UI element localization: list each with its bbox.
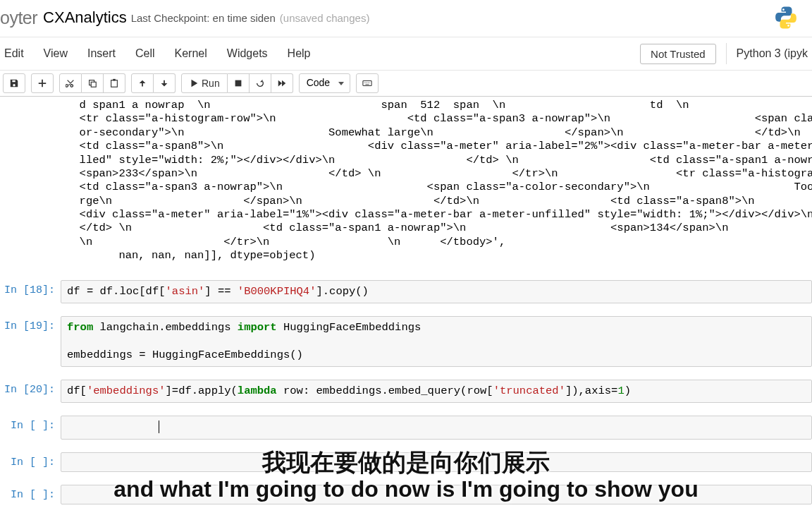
interrupt-button[interactable]	[228, 73, 250, 93]
copy-icon	[87, 78, 97, 88]
input-prompt: In [ ]:	[0, 416, 61, 439]
paste-icon	[109, 78, 119, 88]
unsaved-indicator: (unsaved changes)	[280, 12, 370, 24]
notebook-title[interactable]: CXAnalytics	[43, 8, 127, 27]
run-label: Run	[202, 78, 220, 89]
jupyter-logo-text: oyter	[0, 8, 37, 28]
svg-rect-2	[111, 80, 118, 87]
code-input[interactable]: from langchain.embeddings import Hugging…	[61, 316, 812, 367]
svg-rect-4	[235, 80, 241, 87]
save-icon	[9, 78, 19, 88]
output-text: d span1 a nowrap \n span 512 span \n td …	[61, 99, 812, 267]
notebook-container[interactable]: d span1 a nowrap \n span 512 span \n td …	[0, 97, 812, 507]
checkpoint-status: Last Checkpoint: en time siden	[131, 12, 276, 24]
restart-icon	[255, 78, 265, 88]
cut-button[interactable]	[59, 73, 82, 93]
code-input[interactable]	[61, 485, 812, 504]
celltype-select[interactable]: Code	[299, 73, 350, 93]
python-logo-icon	[774, 6, 798, 30]
plus-icon	[37, 78, 47, 88]
celltype-value: Code	[307, 77, 330, 88]
output-cell: d span1 a nowrap \n span 512 span \n td …	[0, 97, 812, 270]
svg-rect-1	[91, 82, 96, 87]
menu-widgets[interactable]: Widgets	[227, 47, 268, 60]
input-prompt: In [20]:	[0, 380, 61, 403]
menu-view[interactable]: View	[44, 47, 68, 60]
menu-edit[interactable]: Edit	[4, 47, 24, 60]
keyboard-icon	[362, 78, 372, 88]
run-button[interactable]: Run	[181, 73, 228, 93]
toolbar: Run Code	[0, 71, 812, 97]
svg-rect-5	[363, 81, 371, 86]
code-input[interactable]: df['embeddings']=df.apply(lambda row: em…	[61, 380, 812, 403]
play-icon	[189, 78, 199, 88]
input-prompt: In [18]:	[0, 280, 61, 303]
move-down-button[interactable]	[154, 73, 176, 93]
copy-button[interactable]	[82, 73, 104, 93]
input-prompt: In [ ]:	[0, 485, 61, 504]
code-cell[interactable]: In [ ]:	[0, 483, 812, 507]
restart-run-all-button[interactable]	[271, 73, 293, 93]
code-cell[interactable]: In [20]:df['embeddings']=df.apply(lambda…	[0, 377, 812, 405]
input-prompt: In [19]:	[0, 316, 61, 367]
paste-button[interactable]	[104, 73, 125, 93]
trust-badge[interactable]: Not Trusted	[640, 44, 716, 64]
code-cell[interactable]: In [19]:from langchain.embeddings import…	[0, 314, 812, 369]
move-up-button[interactable]	[131, 73, 154, 93]
menu-help[interactable]: Help	[288, 47, 311, 60]
arrow-down-icon	[159, 78, 169, 88]
kernel-indicator[interactable]: Python 3 (ipyk	[726, 43, 808, 64]
svg-rect-3	[113, 79, 116, 81]
scissors-icon	[66, 78, 75, 88]
code-input[interactable]: df = df.loc[df['asin'] == 'B000KPIHQ4'].…	[61, 280, 812, 303]
code-cell[interactable]: In [18]:df = df.loc[df['asin'] == 'B000K…	[0, 278, 812, 306]
input-prompt: In [ ]:	[0, 452, 61, 472]
code-input[interactable]	[61, 452, 812, 472]
restart-button[interactable]	[250, 73, 271, 93]
menubar: Edit View Insert Cell Kernel Widgets Hel…	[0, 37, 812, 71]
code-input[interactable]	[61, 416, 812, 439]
notebook-header: oyter CXAnalytics Last Checkpoint: en ti…	[0, 0, 812, 37]
add-cell-button[interactable]	[31, 73, 54, 93]
code-cell[interactable]: In [ ]:	[0, 450, 812, 474]
stop-icon	[233, 78, 243, 88]
command-palette-button[interactable]	[356, 73, 379, 93]
fast-forward-icon	[277, 78, 287, 88]
menu-cell[interactable]: Cell	[135, 47, 155, 60]
menu-kernel[interactable]: Kernel	[175, 47, 207, 60]
save-button[interactable]	[3, 73, 25, 93]
menu-insert[interactable]: Insert	[87, 47, 116, 60]
code-cell[interactable]: In [ ]:	[0, 413, 812, 441]
arrow-up-icon	[137, 78, 147, 88]
